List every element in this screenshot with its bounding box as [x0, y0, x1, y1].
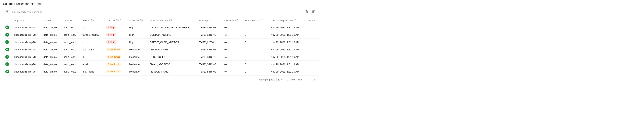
last-profile-cell: Nov 29, 2021, 1:31:19 AM	[268, 68, 306, 75]
last-profile-cell: Nov 29, 2021, 1:31:19 AM	[268, 46, 306, 53]
project-id-cell: dlppsbqrun1-proj-78	[11, 68, 41, 75]
risk-badge: ⚠ High	[106, 26, 116, 29]
next-page-button[interactable]	[312, 77, 317, 82]
data-risk-cell: ⚠ Moderate	[104, 61, 127, 68]
actions-cell: ⋮	[306, 53, 319, 61]
project-id-cell: dlppsbqrun1-proj-78	[11, 46, 41, 53]
actions-cell: ⋮	[306, 46, 319, 53]
status-icon	[5, 40, 9, 44]
policy-tags-help-icon[interactable]	[235, 19, 238, 22]
free-text-score-cell: 0	[242, 38, 268, 46]
table-id-cell: basic_test1	[61, 31, 80, 38]
actions-menu-button[interactable]: ⋮	[308, 70, 317, 74]
table-id-cell: basic_test1	[61, 38, 80, 46]
policy-tags-cell: No	[221, 46, 242, 53]
status-cell	[3, 38, 11, 46]
dataset-id-cell: data_simple	[41, 46, 61, 53]
free-text-score-cell: 0	[242, 31, 268, 38]
status-icon	[5, 33, 9, 37]
actions-menu-button[interactable]: ⋮	[308, 55, 317, 59]
actions-menu-button[interactable]: ⋮	[308, 33, 317, 37]
risk-level-icon: ⚠	[108, 33, 110, 36]
predicted-info-type-help-icon[interactable]	[169, 19, 172, 22]
status-cell	[3, 61, 11, 68]
help-button[interactable]	[304, 9, 309, 14]
predicted-info-type-cell: GENERIC_ID	[147, 53, 197, 61]
filter-input[interactable]	[10, 10, 304, 13]
last-profile-cell: Nov 29, 2021, 1:31:19 AM	[268, 31, 306, 38]
field-id-cell: favorite_animal	[80, 31, 104, 38]
col-header-actions: Actions	[306, 17, 319, 24]
data-type-cell: TYPE_STRING	[197, 46, 221, 53]
project-id-cell: dlppsbqrun1-proj-78	[11, 53, 41, 61]
pagination-nav	[305, 77, 317, 82]
risk-badge: ⚠ Moderate	[106, 70, 121, 73]
last-profile-cell: Nov 29, 2021, 1:31:19 AM	[268, 53, 306, 61]
dataset-id-cell: data_simple	[41, 38, 61, 46]
table-id-cell: basic_test1	[61, 68, 80, 75]
data-type-help-icon[interactable]	[210, 19, 212, 22]
col-header-predicted-info-type: Predicted infoType	[147, 17, 197, 24]
col-header-last-profile: Last profile generated	[268, 17, 306, 24]
data-risk-cell: ⚠ Moderate	[104, 46, 127, 53]
policy-tags-cell: No	[221, 53, 242, 61]
status-icon	[5, 48, 9, 51]
risk-level-icon: ⚠	[108, 41, 110, 43]
dataset-id-cell: data_simple	[41, 53, 61, 61]
toolbar-right	[304, 9, 316, 14]
data-risk-cell: ⚠ Moderate	[104, 68, 127, 75]
actions-menu-button[interactable]: ⋮	[308, 47, 317, 52]
status-cell	[3, 53, 11, 61]
actions-menu-button[interactable]: ⋮	[308, 25, 317, 29]
last-profile-cell: Nov 29, 2021, 1:31:19 AM	[268, 38, 306, 46]
predicted-info-type-cell: CREDIT_CARD_NUMBER	[147, 38, 197, 46]
prev-page-button[interactable]	[305, 77, 311, 82]
free-text-score-help-icon[interactable]	[261, 19, 263, 22]
filter-toolbar	[3, 8, 319, 16]
actions-cell: ⋮	[306, 61, 319, 68]
status-cell	[3, 68, 11, 75]
risk-badge: ⚠ Moderate	[106, 63, 121, 66]
actions-cell: ⋮	[306, 38, 319, 46]
dataset-id-cell: data_simple	[41, 31, 61, 38]
rows-per-page-label: Rows per page:	[259, 78, 275, 81]
table-row: dlppsbqrun1-proj-78 data_simple basic_te…	[3, 46, 319, 53]
last-profile-help-icon[interactable]	[294, 19, 296, 22]
table-row: dlppsbqrun1-proj-78 data_simple basic_te…	[3, 38, 319, 46]
sensitivity-cell: Moderate	[127, 68, 147, 75]
data-risk-help-icon[interactable]	[116, 19, 119, 22]
policy-tags-cell: No	[221, 31, 242, 38]
col-header-data-type: Data type	[197, 17, 221, 24]
predicted-info-type-cell: CUSTOM_ANIMAL	[147, 31, 197, 38]
rows-per-page-select[interactable]: 30	[276, 78, 284, 82]
actions-menu-button[interactable]: ⋮	[308, 62, 317, 66]
status-icon	[5, 55, 9, 59]
dataset-id-cell: data_simple	[41, 68, 61, 75]
field-id-cell: ccn	[80, 38, 104, 46]
free-text-score-cell: 0	[242, 68, 268, 75]
actions-menu-button[interactable]: ⋮	[308, 40, 317, 44]
sensitivity-cell: Moderate	[127, 46, 147, 53]
sensitivity-cell: Moderate	[127, 61, 147, 68]
project-id-cell: dlppsbqrun1-proj-78	[11, 38, 41, 46]
field-id-cell: last_name	[80, 46, 104, 53]
predicted-info-type-cell: US_SOCIAL_SECURITY_NUMBER	[147, 24, 197, 31]
sensitivity-cell: High	[127, 31, 147, 38]
data-type-cell: TYPE_STRING	[197, 24, 221, 31]
table-body: dlppsbqrun1-proj-78 data_simple basic_te…	[3, 24, 319, 75]
status-cell	[3, 31, 11, 38]
field-id-cell: id	[80, 53, 104, 61]
actions-cell: ⋮	[306, 24, 319, 31]
last-profile-cell: Nov 29, 2021, 1:31:19 AM	[268, 24, 306, 31]
columns-button[interactable]	[311, 9, 316, 14]
table-id-cell: basic_test1	[61, 53, 80, 61]
table-id-cell: basic_test1	[61, 61, 80, 68]
sensitivity-help-icon[interactable]	[140, 19, 143, 22]
status-icon	[5, 70, 9, 73]
data-risk-sort-icon[interactable]	[120, 19, 122, 22]
rows-per-page-chevron-icon	[281, 78, 283, 81]
status-icon	[5, 25, 9, 29]
sensitivity-cell: Moderate	[127, 53, 147, 61]
field-id-help-icon[interactable]	[91, 19, 94, 22]
free-text-score-cell: 0	[242, 53, 268, 61]
